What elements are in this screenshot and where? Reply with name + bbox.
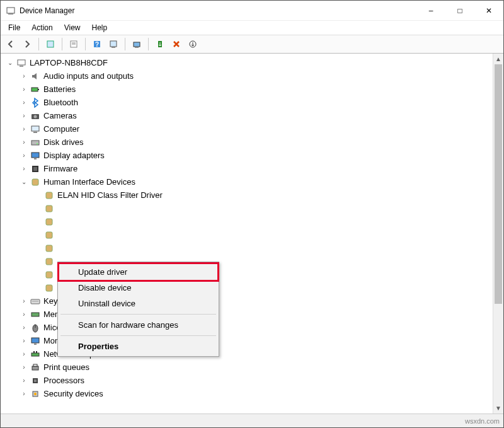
- chevron-icon[interactable]: ⌄: [20, 178, 28, 187]
- context-menu-item[interactable]: Update driver: [57, 262, 219, 282]
- svg-rect-35: [46, 272, 52, 278]
- svg-rect-14: [18, 60, 25, 65]
- chevron-icon[interactable]: [33, 284, 42, 292]
- chevron-icon[interactable]: [33, 257, 42, 266]
- tree-node[interactable]: ›Batteries: [3, 83, 493, 96]
- chevron-icon[interactable]: ›: [20, 112, 28, 120]
- tree-node[interactable]: ›Computer: [3, 122, 493, 136]
- vertical-scrollbar[interactable]: ▲ ▼: [493, 54, 503, 414]
- menu-help[interactable]: Help: [87, 22, 113, 33]
- svg-rect-8: [110, 41, 117, 47]
- svg-rect-0: [7, 8, 14, 13]
- chevron-icon[interactable]: ›: [20, 85, 28, 94]
- tree-child[interactable]: [3, 241, 493, 255]
- tree-node[interactable]: ›Security devices: [3, 387, 493, 400]
- back-button[interactable]: [3, 37, 18, 52]
- chevron-icon[interactable]: [33, 270, 42, 279]
- close-button[interactable]: ✕: [474, 1, 503, 21]
- svg-rect-16: [32, 88, 38, 91]
- svg-rect-39: [32, 313, 39, 316]
- svg-point-19: [34, 115, 37, 118]
- svg-rect-25: [34, 158, 37, 159]
- tree-node[interactable]: ⌄Human Interface Devices: [3, 175, 493, 188]
- svg-rect-43: [34, 344, 37, 345]
- scroll-thumb[interactable]: [495, 64, 502, 304]
- show-hidden-button[interactable]: [43, 37, 58, 52]
- disable-button[interactable]: [169, 37, 184, 52]
- hid-icon: [30, 176, 41, 188]
- scan-hardware-button[interactable]: [106, 37, 121, 52]
- chevron-icon[interactable]: ›: [20, 390, 28, 398]
- tree-label: Batteries: [43, 83, 76, 96]
- keyboard-icon: [30, 296, 41, 307]
- chevron-icon[interactable]: [33, 244, 42, 253]
- uninstall-button[interactable]: [152, 37, 168, 52]
- menu-view[interactable]: View: [59, 22, 86, 33]
- chevron-icon[interactable]: [33, 191, 42, 200]
- chevron-icon[interactable]: ›: [20, 151, 28, 160]
- svg-rect-9: [112, 47, 115, 48]
- context-menu-item[interactable]: Disable device: [59, 280, 217, 296]
- svg-rect-15: [20, 66, 23, 67]
- hid-device-icon: [43, 243, 55, 254]
- tree-root[interactable]: ⌄LAPTOP-NB8H8CDF: [3, 56, 493, 69]
- forward-button[interactable]: [20, 37, 35, 52]
- chevron-icon[interactable]: ›: [20, 310, 28, 319]
- tree-node[interactable]: ›Cameras: [3, 109, 493, 122]
- tree-node[interactable]: ›Firmware: [3, 162, 493, 175]
- properties-button[interactable]: [66, 37, 81, 52]
- firmware-icon: [30, 163, 41, 175]
- tree-child[interactable]: [3, 228, 493, 241]
- toolbar: ?: [1, 35, 503, 54]
- chevron-icon[interactable]: ›: [20, 98, 28, 107]
- tree-child[interactable]: [3, 202, 493, 215]
- chevron-icon[interactable]: ›: [20, 165, 28, 173]
- chevron-icon[interactable]: [33, 231, 42, 240]
- chevron-icon[interactable]: ›: [20, 72, 28, 81]
- tree-child[interactable]: ELAN HID Class Filter Driver: [3, 188, 493, 202]
- menu-file[interactable]: File: [3, 22, 25, 33]
- svg-rect-36: [46, 285, 52, 291]
- hid-device-icon: [43, 190, 55, 201]
- legacy-button[interactable]: [185, 37, 200, 52]
- tree-node[interactable]: ›Processors: [3, 374, 493, 387]
- chevron-icon[interactable]: ›: [20, 138, 28, 147]
- tree-node[interactable]: ›Print queues: [3, 361, 493, 374]
- chevron-icon[interactable]: [33, 204, 42, 213]
- menu-action[interactable]: Action: [26, 22, 57, 33]
- scroll-down-icon[interactable]: ▼: [493, 403, 503, 414]
- chevron-icon[interactable]: ›: [20, 350, 28, 359]
- help-button[interactable]: ?: [89, 37, 105, 52]
- tree-node[interactable]: ›Bluetooth: [3, 96, 493, 109]
- update-driver-button[interactable]: [129, 37, 144, 52]
- context-menu-item[interactable]: Properties: [59, 338, 217, 354]
- device-tree[interactable]: ⌄LAPTOP-NB8H8CDF›Audio inputs and output…: [1, 54, 493, 414]
- svg-rect-17: [38, 89, 39, 90]
- maximize-button[interactable]: □: [445, 1, 474, 21]
- chevron-icon[interactable]: ›: [20, 337, 28, 345]
- tree-node[interactable]: ›Audio inputs and outputs: [3, 69, 493, 83]
- device-manager-window: Device Manager – □ ✕ File Action View He…: [0, 0, 504, 428]
- context-menu-item[interactable]: Scan for hardware changes: [59, 317, 217, 333]
- tree-node[interactable]: ›Disk drives: [3, 136, 493, 149]
- scroll-up-icon[interactable]: ▲: [493, 54, 503, 64]
- tree-label: Disk drives: [43, 136, 84, 149]
- chevron-icon[interactable]: ›: [20, 297, 28, 306]
- tree-node[interactable]: ›Display adapters: [3, 149, 493, 162]
- chevron-icon[interactable]: [33, 217, 42, 226]
- svg-rect-24: [32, 153, 39, 158]
- svg-rect-29: [46, 192, 52, 199]
- chevron-icon[interactable]: ›: [20, 376, 28, 385]
- svg-rect-28: [32, 179, 38, 185]
- chevron-icon[interactable]: ›: [20, 323, 28, 332]
- tree-label: LAPTOP-NB8H8CDF: [30, 56, 108, 69]
- tree-child[interactable]: [3, 215, 493, 228]
- context-menu: Update driverDisable deviceUninstall dev…: [57, 262, 219, 357]
- chevron-icon[interactable]: ›: [20, 125, 28, 134]
- chevron-icon[interactable]: ⌄: [6, 59, 14, 67]
- context-menu-item[interactable]: Uninstall device: [59, 296, 217, 311]
- minimize-button[interactable]: –: [416, 1, 445, 21]
- printer-icon: [30, 362, 41, 373]
- chevron-icon[interactable]: ›: [20, 363, 28, 372]
- svg-rect-22: [32, 141, 39, 145]
